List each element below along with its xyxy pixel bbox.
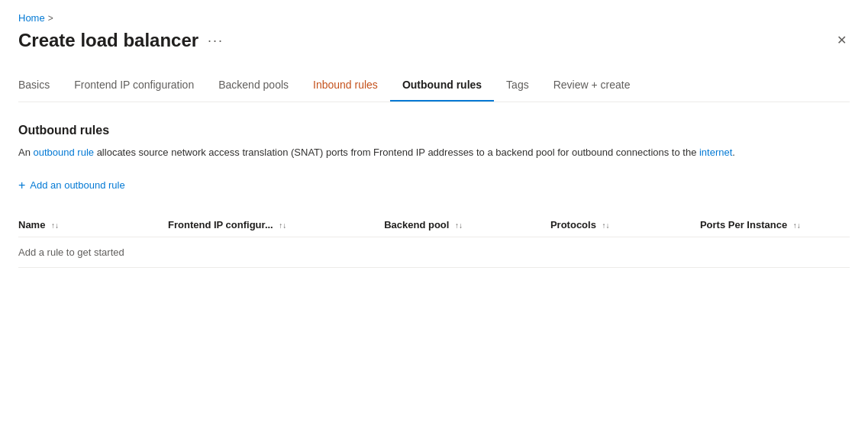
table-header-row: Name ↑↓ Frontend IP configur... ↑↓ Backe… — [18, 213, 850, 237]
col-header-ports[interactable]: Ports Per Instance ↑↓ — [700, 213, 850, 237]
tab-inbound-rules[interactable]: Inbound rules — [301, 73, 390, 102]
tab-frontend-ip[interactable]: Frontend IP configuration — [62, 73, 206, 102]
col-name-sort-icon: ↑↓ — [51, 221, 59, 230]
col-frontend-sort-icon: ↑↓ — [279, 221, 286, 230]
col-ports-label: Ports Per Instance — [700, 219, 787, 230]
col-protocols-label: Protocols — [550, 219, 596, 230]
add-icon: + — [18, 179, 25, 192]
col-header-name[interactable]: Name ↑↓ — [18, 213, 168, 237]
description: An outbound rule allocates source networ… — [18, 145, 820, 161]
tab-basics[interactable]: Basics — [18, 73, 62, 102]
more-options-button[interactable]: ··· — [208, 33, 224, 49]
outbound-rules-table: Name ↑↓ Frontend IP configur... ↑↓ Backe… — [18, 213, 850, 268]
internet-link[interactable]: internet — [699, 147, 732, 158]
col-frontend-label: Frontend IP configur... — [168, 219, 273, 230]
breadcrumb: Home > — [18, 12, 850, 24]
page-header: Create load balancer ··· ✕ — [18, 30, 850, 51]
table-empty-message: Add a rule to get started — [18, 237, 850, 267]
tab-outbound-rules[interactable]: Outbound rules — [390, 73, 494, 102]
outbound-rule-link[interactable]: outbound rule — [34, 147, 95, 158]
page-title-area: Create load balancer ··· — [18, 30, 224, 51]
desc-text-1: An — [18, 147, 34, 158]
tab-backend-pools[interactable]: Backend pools — [206, 73, 301, 102]
col-backend-sort-icon: ↑↓ — [455, 221, 463, 230]
table-empty-row: Add a rule to get started — [18, 237, 850, 267]
content-area: Outbound rules An outbound rule allocate… — [18, 124, 850, 268]
col-name-label: Name — [18, 219, 45, 230]
page-title: Create load balancer — [18, 30, 198, 51]
tabs-nav: Basics Frontend IP configuration Backend… — [18, 73, 850, 102]
col-header-frontend-ip[interactable]: Frontend IP configur... ↑↓ — [168, 213, 384, 237]
close-button[interactable]: ✕ — [834, 31, 850, 50]
desc-text-2: allocates source network access translat… — [94, 147, 699, 158]
tab-review-create[interactable]: Review + create — [541, 73, 643, 102]
col-header-backend-pool[interactable]: Backend pool ↑↓ — [384, 213, 550, 237]
col-header-protocols[interactable]: Protocols ↑↓ — [550, 213, 700, 237]
desc-text-3: . — [732, 147, 735, 158]
page-container: Home > Create load balancer ··· ✕ Basics… — [0, 0, 868, 448]
col-backend-label: Backend pool — [384, 219, 449, 230]
breadcrumb-home[interactable]: Home — [18, 12, 45, 24]
add-outbound-rule-button[interactable]: + Add an outbound rule — [18, 176, 125, 195]
col-ports-sort-icon: ↑↓ — [793, 221, 801, 230]
col-protocols-sort-icon: ↑↓ — [602, 221, 610, 230]
tab-tags[interactable]: Tags — [494, 73, 541, 102]
breadcrumb-separator: > — [48, 13, 53, 24]
section-title: Outbound rules — [18, 124, 850, 137]
add-rule-label: Add an outbound rule — [30, 179, 124, 191]
